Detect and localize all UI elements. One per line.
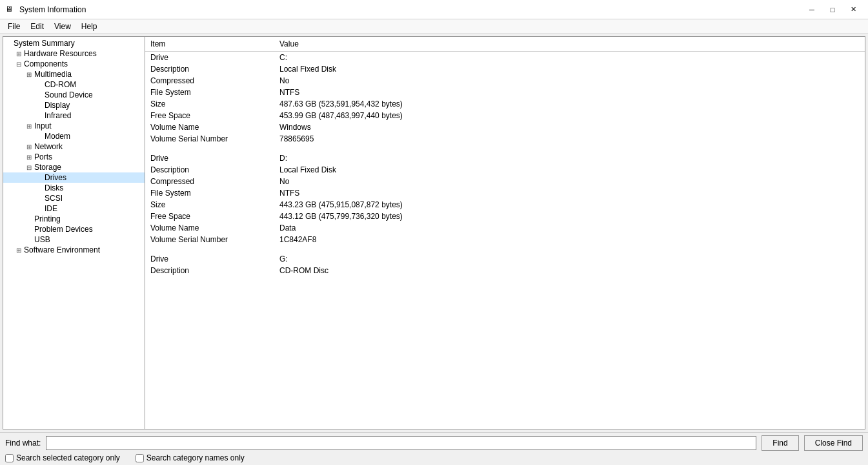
tree-item-sound-device[interactable]: Sound Device — [3, 90, 145, 100]
tree-indent — [3, 173, 34, 182]
tree-indent — [3, 225, 24, 234]
tree-label-disks: Disks — [45, 183, 63, 192]
cell-item: Description — [145, 164, 274, 176]
cell-item: Compressed — [145, 75, 274, 87]
expand-icon-hardware-resources[interactable]: ⊞ — [14, 50, 24, 57]
cell-value: G: — [274, 253, 865, 265]
expand-icon-ports[interactable]: ⊞ — [24, 154, 34, 161]
tree-item-storage[interactable]: ⊟Storage — [3, 162, 145, 172]
cell-item: Free Space — [145, 110, 274, 121]
cell-value: 487.63 GB (523,591,954,432 bytes) — [274, 98, 865, 110]
table-row: Volume Serial Number1C842AF8 — [145, 234, 865, 245]
tree-item-drives[interactable]: Drives — [3, 172, 145, 183]
tree-label-input: Input — [34, 121, 52, 130]
tree-item-system-summary[interactable]: System Summary — [3, 38, 145, 48]
find-row: Find what: Find Close Find — [5, 435, 863, 451]
tree-item-display[interactable]: Display — [3, 100, 145, 110]
expand-icon-multimedia[interactable]: ⊞ — [24, 71, 34, 78]
minimize-button[interactable]: ─ — [802, 3, 822, 16]
tree-item-software-environment[interactable]: ⊞Software Environment — [3, 245, 145, 255]
checkbox-category-names[interactable]: Search category names only — [136, 453, 245, 462]
cell-value: CD-ROM Disc — [274, 265, 865, 276]
tree-indent — [3, 204, 34, 213]
tree-indent — [3, 235, 24, 244]
table-row: DescriptionLocal Fixed Disk — [145, 63, 865, 75]
cell-item: Compressed — [145, 176, 274, 187]
expand-icon-network[interactable]: ⊞ — [24, 143, 34, 150]
tree-indent — [3, 142, 24, 151]
cell-item: Volume Serial Number — [145, 133, 274, 145]
cell-item: Description — [145, 63, 274, 75]
tree-item-ide[interactable]: IDE — [3, 203, 145, 214]
expand-icon-components[interactable]: ⊟ — [14, 61, 24, 68]
tree-label-infrared: Infrared — [45, 111, 71, 120]
tree-item-scsi[interactable]: SCSI — [3, 193, 145, 203]
detail-table: Item Value DriveC:DescriptionLocal Fixed… — [145, 37, 865, 276]
title-bar: 🖥 System Information ─ □ ✕ — [0, 0, 868, 19]
cell-item: Drive — [145, 253, 274, 265]
cell-value: 453.99 GB (487,463,997,440 bytes) — [274, 110, 865, 121]
table-row: File SystemNTFS — [145, 87, 865, 98]
tree-item-modem[interactable]: Modem — [3, 131, 145, 141]
table-row: Free Space443.12 GB (475,799,736,320 byt… — [145, 211, 865, 222]
col-item: Item — [145, 37, 274, 52]
tree-item-network[interactable]: ⊞Network — [3, 141, 145, 152]
window-title: System Information — [19, 5, 802, 14]
menu-help[interactable]: Help — [76, 21, 103, 32]
tree-panel: System Summary ⊞Hardware Resources ⊟Comp… — [3, 37, 145, 429]
tree-label-problem-devices: Problem Devices — [34, 225, 93, 234]
expand-icon-software-environment[interactable]: ⊞ — [14, 247, 24, 254]
cell-value: NTFS — [274, 187, 865, 199]
find-input[interactable] — [46, 436, 756, 450]
tree-item-infrared[interactable]: Infrared — [3, 110, 145, 121]
checkboxes-row: Search selected category only Search cat… — [5, 453, 863, 462]
cell-value: 78865695 — [274, 133, 865, 145]
cell-value: No — [274, 75, 865, 87]
checkbox-selected-category[interactable]: Search selected category only — [5, 453, 120, 462]
menu-file[interactable]: File — [3, 21, 25, 32]
close-find-button[interactable]: Close Find — [804, 435, 863, 451]
tree-item-input[interactable]: ⊞Input — [3, 121, 145, 131]
table-row-spacer — [145, 245, 865, 253]
tree-indent — [3, 80, 34, 89]
tree-indent — [3, 163, 24, 172]
maximize-button[interactable]: □ — [823, 3, 842, 16]
expand-icon-input[interactable]: ⊞ — [24, 123, 34, 130]
cell-item: Free Space — [145, 211, 274, 222]
cell-item: Volume Name — [145, 222, 274, 234]
table-row: DescriptionCD-ROM Disc — [145, 265, 865, 276]
tree-label-storage: Storage — [34, 163, 61, 172]
tree-item-disks[interactable]: Disks — [3, 183, 145, 193]
tree-item-printing[interactable]: Printing — [3, 214, 145, 224]
close-button[interactable]: ✕ — [843, 3, 863, 16]
tree-item-multimedia[interactable]: ⊞Multimedia — [3, 69, 145, 79]
menu-view[interactable]: View — [49, 21, 76, 32]
tree-item-usb[interactable]: USB — [3, 234, 145, 245]
checkbox-selected-category-input[interactable] — [5, 454, 14, 462]
menu-edit[interactable]: Edit — [25, 21, 49, 32]
cell-value: 1C842AF8 — [274, 234, 865, 245]
tree-indent — [3, 194, 34, 203]
tree-indent — [3, 121, 24, 130]
tree-item-hardware-resources[interactable]: ⊞Hardware Resources — [3, 48, 145, 59]
table-row: DriveD: — [145, 152, 865, 164]
tree-label-sound-device: Sound Device — [45, 90, 93, 99]
cell-value: NTFS — [274, 87, 865, 98]
table-row: Free Space453.99 GB (487,463,997,440 byt… — [145, 110, 865, 121]
tree-item-problem-devices[interactable]: Problem Devices — [3, 224, 145, 234]
tree-item-cd-rom[interactable]: CD-ROM — [3, 79, 145, 90]
tree-label-ports: Ports — [34, 152, 52, 161]
tree-item-components[interactable]: ⊟Components — [3, 59, 145, 69]
cell-value: Local Fixed Disk — [274, 63, 865, 75]
cell-item: Size — [145, 98, 274, 110]
expand-icon-storage[interactable]: ⊟ — [24, 164, 34, 171]
tree-label-hardware-resources: Hardware Resources — [24, 49, 97, 58]
tree-label-display: Display — [45, 101, 70, 110]
table-row: Size443.23 GB (475,915,087,872 bytes) — [145, 199, 865, 211]
checkbox-category-names-input[interactable] — [136, 454, 144, 462]
cell-item: Drive — [145, 52, 274, 64]
tree-item-ports[interactable]: ⊞Ports — [3, 152, 145, 162]
find-button[interactable]: Find — [762, 435, 798, 451]
cell-item: Volume Name — [145, 121, 274, 133]
cell-item: Volume Serial Number — [145, 234, 274, 245]
